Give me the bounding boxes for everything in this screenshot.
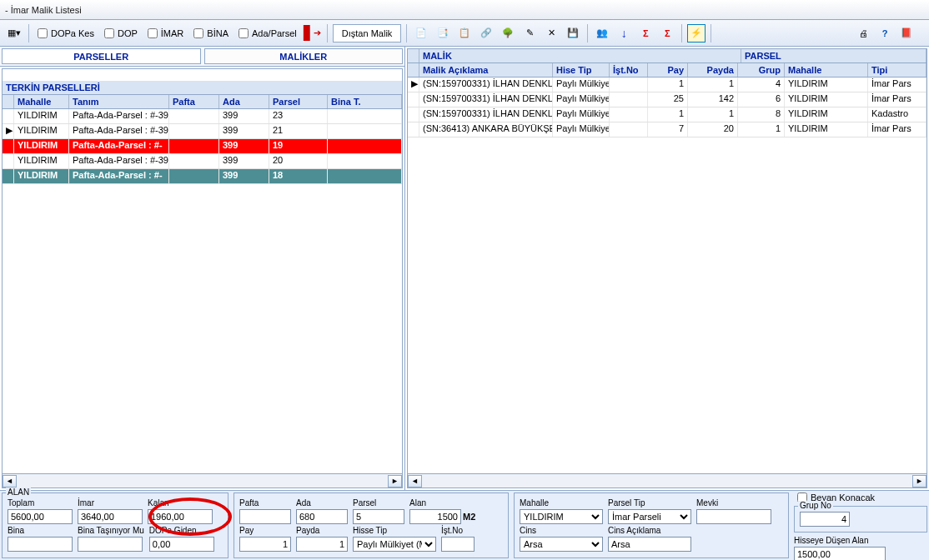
- col-malik-aciklama[interactable]: Malik Açıklama: [419, 63, 553, 77]
- malik-grid: MALİK PARSEL Malik Açıklama Hise Tip İşt…: [407, 48, 927, 488]
- check-bina[interactable]: BİNA: [190, 28, 232, 38]
- cins-select[interactable]: Arsa: [520, 537, 603, 552]
- table-row[interactable]: YILDIRIM Pafta-Ada-Parsel : #-399- 399 2…: [3, 109, 402, 124]
- icon-edit[interactable]: ✎: [520, 24, 539, 42]
- icon-print[interactable]: 🖨: [854, 24, 872, 42]
- table-row[interactable]: ▶ (SN:159700331) İLHAN DENKLİ : Paylı Mü…: [408, 78, 926, 92]
- main-toolbar: ▦▾ DOPa Kes DOP İMAR BİNA Ada/Parsel ▋➔ …: [0, 20, 929, 47]
- scroll-right2[interactable]: ►: [912, 475, 926, 488]
- hisseye-input[interactable]: [794, 547, 886, 560]
- window-titlebar: - İmar Malik Listesi: [0, 0, 929, 20]
- col-grup[interactable]: Grup: [738, 63, 785, 77]
- col-tanim[interactable]: Tanım: [69, 95, 169, 108]
- distan-malik-button[interactable]: Dıştan Malik: [333, 24, 402, 42]
- table-row[interactable]: (SN:36413) ANKARA BÜYÜKŞEHİ Paylı Mülkiy…: [408, 122, 926, 138]
- col-istno[interactable]: İşt.No: [610, 63, 648, 77]
- icon-doc3[interactable]: 📋: [455, 24, 474, 42]
- col-ada[interactable]: Ada: [219, 95, 269, 108]
- col-hisetip[interactable]: Hise Tip: [553, 63, 610, 77]
- icon-doc1[interactable]: 📄: [412, 24, 430, 42]
- col-mahalle[interactable]: Mahalle: [14, 95, 69, 108]
- mevki-input[interactable]: [696, 509, 771, 524]
- cinsa-input[interactable]: [608, 537, 691, 552]
- window-title: - İmar Malik Listesi: [5, 5, 82, 15]
- terkin-grid-title: TERKİN PARSELLERİ: [3, 81, 402, 95]
- table-row[interactable]: (SN:159700331) İLHAN DENKLİ : Paylı Mülk…: [408, 92, 926, 108]
- icon-doc2[interactable]: 📑: [434, 24, 452, 42]
- icon-book[interactable]: 📕: [897, 24, 916, 42]
- col-tipi[interactable]: Tipi: [868, 63, 926, 77]
- icon-delete[interactable]: ✕: [542, 24, 560, 42]
- icon-tree[interactable]: 🌳: [499, 24, 517, 42]
- dopag-input[interactable]: [149, 537, 214, 552]
- bottom-panel: ALAN Toplam İmar Kalan Bina Bina Taşınıy…: [0, 490, 929, 560]
- check-imar[interactable]: İMAR: [144, 28, 188, 38]
- parsel-input[interactable]: [353, 509, 404, 524]
- mahalle-select[interactable]: YILDIRIM: [520, 509, 603, 524]
- table-row[interactable]: (SN:159700331) İLHAN DENKLİ : Paylı Mülk…: [408, 108, 926, 122]
- col-payda[interactable]: Payda: [688, 63, 738, 77]
- alan2-input[interactable]: [409, 509, 461, 524]
- grupno-legend: Grup No: [798, 501, 833, 510]
- tab-malikler[interactable]: MALİKLER: [204, 48, 404, 64]
- icon-sumred2[interactable]: Σ: [658, 24, 676, 42]
- check-dopakes[interactable]: DOPa Kes: [34, 28, 98, 38]
- check-adaparsel[interactable]: Ada/Parsel: [235, 28, 300, 38]
- col-binat[interactable]: Bina T.: [328, 95, 402, 108]
- imar-input[interactable]: [78, 509, 143, 524]
- scroll-left[interactable]: ◄: [3, 475, 17, 488]
- icon-help[interactable]: ?: [876, 24, 894, 42]
- exit-icon[interactable]: ▋➔: [304, 24, 322, 42]
- scroll-left2[interactable]: ◄: [408, 475, 422, 488]
- col-parsel[interactable]: Parsel: [269, 95, 328, 108]
- table-row[interactable]: YILDIRIM Pafta-Ada-Parsel : #- 399 19: [3, 139, 402, 154]
- binat-input[interactable]: [78, 537, 143, 552]
- kalan-input[interactable]: [148, 509, 213, 524]
- terkin-grid: TERKİN PARSELLERİ Mahalle Tanım Pafta Ad…: [2, 68, 403, 488]
- grupno-input[interactable]: [800, 512, 850, 527]
- table-row[interactable]: YILDIRIM Pafta-Ada-Parsel : #-399- 399 2…: [3, 154, 402, 169]
- parseltip-select[interactable]: İmar Parseli: [608, 509, 691, 524]
- icon-save[interactable]: 💾: [564, 24, 582, 42]
- group-parsel: PARSEL: [741, 49, 926, 62]
- alan-legend: ALAN: [6, 488, 31, 497]
- tab-parseller[interactable]: PARSELLER: [2, 48, 201, 64]
- col-pafta[interactable]: Pafta: [169, 95, 219, 108]
- table-row[interactable]: ▶ YILDIRIM Pafta-Ada-Parsel : #-399- 399…: [3, 124, 402, 139]
- payda-input[interactable]: [296, 537, 348, 552]
- check-dop[interactable]: DOP: [101, 28, 141, 38]
- icon-down-arrow[interactable]: ↓: [615, 24, 633, 42]
- icon-sumred1[interactable]: Σ: [636, 24, 655, 42]
- icon-user[interactable]: 👥: [593, 24, 611, 42]
- hissetip-select[interactable]: Paylı Mülkiyet (Mü: [353, 537, 436, 552]
- col-mahalle2[interactable]: Mahalle: [785, 63, 868, 77]
- group-malik: MALİK: [419, 49, 741, 62]
- toplam-input[interactable]: [8, 509, 73, 524]
- bina-input[interactable]: [8, 537, 73, 552]
- istno-input[interactable]: [441, 537, 475, 552]
- col-pay[interactable]: Pay: [648, 63, 688, 77]
- ada-input[interactable]: [296, 509, 348, 524]
- pay-input[interactable]: [239, 537, 291, 552]
- table-row[interactable]: YILDIRIM Pafta-Ada-Parsel : #- 399 18: [3, 169, 402, 184]
- pafta-input[interactable]: [239, 509, 291, 524]
- grid-options-icon[interactable]: ▦▾: [5, 24, 23, 42]
- icon-link[interactable]: 🔗: [477, 24, 495, 42]
- scroll-right[interactable]: ►: [388, 475, 402, 488]
- icon-lightning[interactable]: ⚡: [687, 24, 706, 42]
